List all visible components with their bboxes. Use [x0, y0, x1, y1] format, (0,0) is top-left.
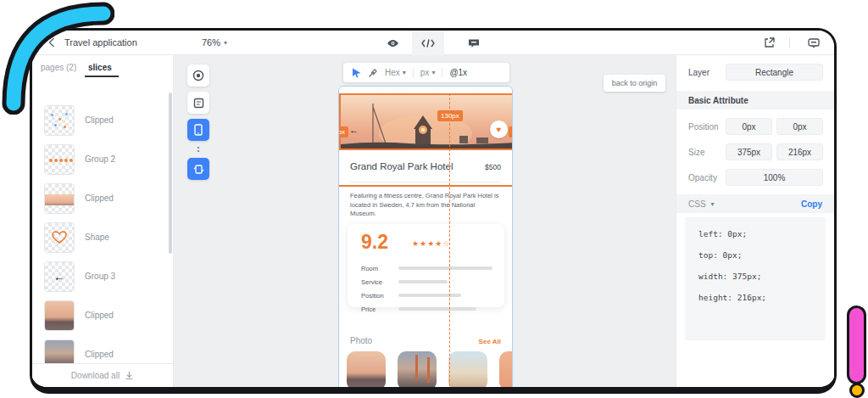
slice-label: Clipped	[85, 311, 114, 320]
sidebar-scrollbar[interactable]	[169, 92, 172, 254]
feedback-button[interactable]	[798, 31, 830, 55]
zoom-value: 76%	[202, 37, 220, 48]
photo-section-title: Photo	[350, 336, 372, 345]
slice-item[interactable]: ← Group 3	[32, 259, 173, 298]
rating-stars: ★★★★☆	[412, 239, 450, 248]
css-code-block[interactable]: left: 0px; top: 0px; width: 375px; heigh…	[685, 217, 826, 340]
slice-label: Clipped	[85, 350, 114, 359]
layer-row: Layer Rectangle	[676, 64, 834, 81]
position-y-field[interactable]: 0px	[776, 118, 823, 135]
slice-thumbnail	[44, 183, 75, 214]
share-export-button[interactable]	[753, 31, 785, 55]
slice-item[interactable]: Clipped	[32, 181, 173, 220]
rating-row-label: Position	[361, 292, 398, 300]
arrow-left-icon: ←	[53, 270, 65, 283]
see-all-link: See All	[479, 338, 501, 345]
slice-item[interactable]: Shape	[32, 220, 173, 259]
size-height-field[interactable]: 216px	[776, 143, 823, 160]
rating-bar	[398, 307, 476, 311]
slice-label: Clipped	[85, 193, 114, 203]
selected-hero-image[interactable]: ← ♥	[339, 93, 513, 150]
device-phone-button[interactable]	[187, 119, 209, 141]
photo-thumb	[347, 351, 386, 387]
decorative-pink-bar	[847, 306, 866, 384]
download-all-button[interactable]: Download all	[32, 363, 173, 387]
slice-label: Group 2	[85, 154, 115, 164]
layer-name-field[interactable]: Rectangle	[726, 64, 823, 81]
photo-thumbnails	[347, 351, 513, 387]
position-row: Position 0px 0px	[676, 118, 834, 135]
inspector-panel: Layer Rectangle Basic Attribute Position…	[676, 55, 834, 387]
rating-row: Room	[361, 261, 492, 275]
zoom-dropdown[interactable]: 76% ▾	[202, 37, 227, 48]
photo-thumb	[398, 351, 437, 387]
slice-thumbnail: ←	[44, 261, 75, 292]
css-code-line: width: 375px;	[698, 270, 826, 291]
code-mode-tab[interactable]	[412, 31, 444, 55]
rating-bar	[398, 280, 448, 283]
slice-item[interactable]: Clipped	[32, 298, 173, 337]
screen: Travel application 76% ▾	[0, 0, 868, 398]
top-toolbar: Travel application 76% ▾	[32, 31, 834, 55]
download-all-label: Download all	[71, 371, 120, 380]
back-to-origin-button[interactable]: back to origin	[604, 75, 665, 92]
comment-button[interactable]	[458, 31, 490, 55]
css-code-line: left: 0px;	[698, 227, 826, 249]
size-label: Size	[688, 148, 704, 157]
opacity-label: Opacity	[688, 173, 717, 182]
layer-label: Layer	[688, 68, 709, 77]
scale-value[interactable]: @1x	[449, 68, 467, 77]
size-row: Size 375px 216px	[676, 143, 834, 160]
opacity-field[interactable]: 100%	[726, 169, 823, 186]
hotel-description: Featuring a fitness centre, Grand Royal …	[350, 192, 501, 219]
cursor-tool-icon[interactable]	[352, 68, 361, 78]
toolbar-divider	[413, 68, 414, 77]
position-x-field[interactable]: 0px	[726, 118, 772, 135]
opacity-row: Opacity 100%	[676, 169, 834, 186]
eyedropper-tool-icon[interactable]	[368, 68, 378, 78]
size-width-field[interactable]: 375px	[726, 143, 772, 160]
sunset-scene	[341, 95, 513, 150]
device-rotate-button[interactable]	[187, 158, 209, 180]
measure-badge-right: 0px	[509, 126, 513, 137]
heart-icon	[52, 231, 67, 244]
rating-row: Service	[361, 275, 492, 289]
measure-badge-left: 0px	[338, 126, 348, 137]
measure-badge-center: 130px	[437, 110, 463, 121]
download-icon	[125, 371, 134, 380]
rating-bar	[398, 294, 461, 297]
notes-button[interactable]	[187, 92, 209, 114]
artboard-phone-screen[interactable]: ← ♥ 0px 130px 0px Grand Royal Park Hotel…	[338, 86, 513, 387]
css-code-line: height: 216px;	[698, 291, 826, 312]
target-origin-button[interactable]	[187, 64, 209, 87]
copy-css-button[interactable]: Copy	[801, 199, 822, 209]
rating-card: 9.2 ★★★★☆ Room Service Position	[348, 224, 504, 307]
caret-down-icon: ▾	[403, 69, 406, 76]
more-options-icon[interactable]: ••	[195, 146, 202, 153]
css-section-header: CSS ▾ Copy	[676, 194, 834, 213]
rating-row: Position	[361, 289, 492, 302]
measure-toolbar: Hex ▾ px ▾ @1x	[343, 63, 509, 82]
rating-row-label: Room	[361, 265, 398, 272]
unit-dropdown[interactable]: px ▾	[420, 68, 436, 77]
css-code-line: top: 0px;	[698, 249, 826, 270]
caret-down-icon: ▾	[224, 39, 227, 47]
selection-edge-line	[339, 185, 512, 187]
preview-eye-button[interactable]	[376, 31, 409, 55]
decorative-yellow-dot	[849, 383, 865, 398]
rating-row: Price	[361, 302, 492, 316]
slice-thumbnail	[44, 144, 75, 175]
photo-section-header: Photo See All	[350, 336, 501, 345]
color-format-value: Hex	[385, 68, 400, 77]
hotel-title-row: Grand Royal Park Hotel $500	[350, 161, 501, 171]
rating-bar	[398, 266, 492, 270]
favorite-heart-button: ♥	[490, 121, 508, 138]
rating-row-label: Service	[361, 278, 398, 286]
app-window: Travel application 76% ▾	[30, 28, 837, 394]
caret-down-icon[interactable]: ▾	[711, 200, 715, 208]
slice-item[interactable]: Group 2	[32, 142, 173, 181]
design-canvas[interactable]: •• Hex ▾ px ▾ @1x	[174, 55, 679, 387]
color-format-dropdown[interactable]: Hex ▾	[385, 68, 406, 77]
slice-label: Clipped	[85, 115, 114, 125]
measure-guide-line	[449, 93, 450, 387]
